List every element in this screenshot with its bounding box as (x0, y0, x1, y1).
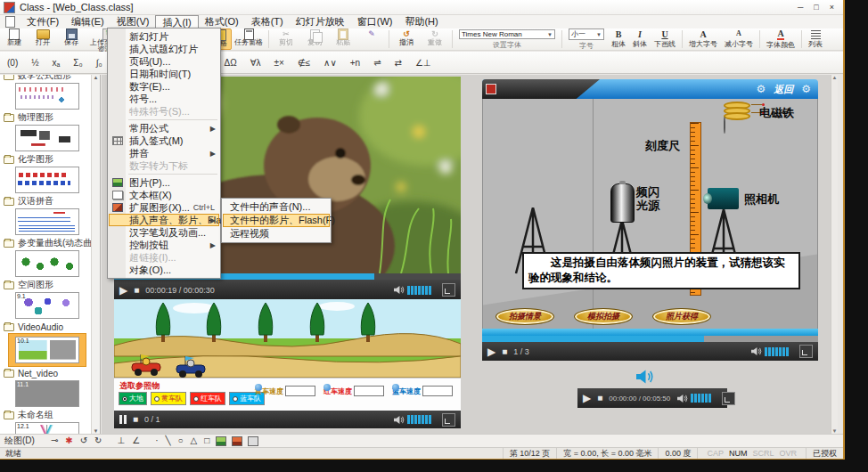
font-size-select[interactable]: 小一▼ (569, 28, 604, 40)
new-button[interactable]: 新建 (0, 28, 29, 50)
symbol-button[interactable]: Σ₀ (70, 58, 86, 68)
gear-icon[interactable]: ⚙ (801, 84, 811, 94)
axes-tool[interactable]: ⊥ (114, 436, 127, 445)
copy-button[interactable]: 复制 (300, 28, 329, 50)
task-pane-button[interactable]: 任务窗格 (232, 28, 266, 50)
redo-button[interactable]: ↻重做 (421, 28, 449, 50)
symbol-button[interactable]: xₐ (49, 58, 64, 68)
image-tool-red[interactable] (232, 436, 242, 446)
menu-item-new-slide[interactable]: 新幻灯片 (109, 30, 219, 43)
menu-edit[interactable]: 编辑(E) (65, 15, 111, 28)
fullscreen-button[interactable] (442, 413, 455, 427)
menu-item-insert-media[interactable]: 插入声音、影片、Flash(V)▶ (109, 214, 219, 226)
menu-view[interactable]: 视图(V) (111, 15, 156, 28)
menu-item-date-time[interactable]: 日期和时间(T) (109, 68, 219, 80)
pin-tool[interactable]: ⊸ (48, 436, 61, 445)
draw-menu-button[interactable]: 绘图(D) (4, 435, 38, 447)
slide-thumbnail[interactable] (15, 167, 79, 193)
pause-button[interactable] (119, 415, 127, 424)
triangle-tool[interactable]: △ (188, 436, 201, 445)
font-name-select[interactable]: Times New Roman▼ (459, 29, 555, 39)
canvas-scrollbar[interactable]: ▲▼ (831, 75, 838, 434)
back-button[interactable]: 返回 (774, 83, 793, 96)
radio-ground[interactable]: 大地 (119, 392, 147, 405)
bold-button[interactable]: B粗体 (608, 28, 629, 50)
fullscreen-button[interactable] (442, 283, 455, 297)
menu-item-new-question-slide[interactable]: 插入试题幻灯片 (109, 43, 219, 55)
menu-item-digit-subscript[interactable]: 数字转为下标 (109, 159, 219, 172)
slide-thumbnail[interactable] (15, 208, 79, 235)
volume-control[interactable] (393, 285, 431, 295)
menu-slideshow[interactable]: 幻灯片放映 (290, 15, 351, 28)
volume-control[interactable] (676, 394, 711, 403)
stop-button[interactable]: ■ (597, 394, 602, 403)
menu-file[interactable]: 文件(F) (20, 15, 65, 28)
symbol-button[interactable]: ΔΩ (221, 58, 241, 68)
angle-axes-tool[interactable]: ∠ (129, 436, 143, 445)
symbol-button[interactable]: ∀λ (247, 58, 265, 68)
rectangle-tool[interactable]: □ (201, 436, 212, 445)
symbol-button[interactable]: ½ (28, 58, 42, 68)
cut-button[interactable]: 剪切 (272, 28, 300, 50)
menu-item-text-box[interactable]: 文本框(X) (109, 189, 219, 201)
volume-control[interactable] (393, 415, 431, 425)
menu-window[interactable]: 窗口(W) (351, 15, 399, 28)
symbol-button[interactable]: ∫₀ (93, 58, 106, 68)
circle-tool[interactable]: ○ (176, 436, 186, 445)
image-tool-green[interactable] (216, 436, 226, 446)
fullscreen-button[interactable] (799, 345, 813, 358)
volume-bars[interactable] (407, 415, 431, 424)
slide-thumbnail[interactable]: 9.1 (15, 292, 79, 319)
menu-help[interactable]: 帮助(H) (398, 15, 444, 28)
star-tool[interactable]: ✱ (62, 436, 75, 445)
menu-item-stroke-animation[interactable]: 汉字笔划及动画... (109, 226, 219, 239)
red-speed-input[interactable] (354, 386, 384, 396)
play-button[interactable]: ▶ (119, 285, 127, 296)
play-button[interactable]: ▶ (583, 393, 591, 403)
stop-button[interactable]: ■ (502, 347, 507, 356)
underline-button[interactable]: U下画线 (651, 28, 679, 50)
sidebar-group-math[interactable]: 数学公式图形 (0, 75, 91, 82)
format-painter-button[interactable]: ✎ (357, 28, 386, 50)
scroll-up-icon[interactable]: ▲ (94, 75, 99, 80)
rotate-right-tool[interactable]: ↻ (92, 436, 104, 445)
image-frame-tool[interactable] (248, 436, 258, 446)
submenu-item-sound-from-file[interactable]: 文件中的声音(N)... (223, 200, 330, 214)
applet-stage[interactable]: 电磁铁 刻度尺 频闪光源 照相机 这是拍摄自由落体频闪照片的装置，试猜想该实验的… (482, 99, 818, 329)
menu-item-picture[interactable]: 图片(P)... (109, 176, 219, 189)
slide-thumbnail[interactable] (15, 125, 79, 151)
menu-item-symbol[interactable]: 符号... (109, 93, 219, 105)
volume-control[interactable] (750, 346, 789, 356)
menu-item-control-button[interactable]: 控制按钮▶ (109, 239, 219, 251)
sidebar-group-videoaudio[interactable]: VideoAudio (0, 321, 91, 333)
volume-bars[interactable] (765, 347, 789, 356)
applet-progress-bar[interactable] (482, 336, 818, 342)
sidebar-group-solid[interactable]: 空间图形 (0, 279, 91, 291)
audio-speaker-icon[interactable] (635, 369, 654, 385)
stop-button[interactable]: ■ (134, 286, 139, 295)
photo-result-button[interactable]: 照片获得 (652, 308, 711, 325)
menu-item-page-number[interactable]: 页码(U)... (109, 55, 219, 68)
play-button[interactable]: ▶ (487, 346, 495, 357)
symbol-button[interactable]: (0) (4, 58, 21, 68)
cartoon-scene[interactable] (114, 299, 461, 378)
menu-item-insert-formula[interactable]: 插入签式(M) (109, 134, 219, 147)
simulate-shoot-button[interactable]: 模拟拍摄 (574, 308, 633, 325)
slide-thumbnail[interactable] (15, 83, 79, 110)
volume-bars[interactable] (407, 286, 431, 295)
minimize-button[interactable]: ─ (798, 3, 803, 12)
menu-item-hyperlink[interactable]: 超链接(I)... (109, 251, 219, 264)
line-tool[interactable]: ╲ (162, 436, 173, 445)
stop-button[interactable]: ■ (133, 415, 138, 424)
rotate-left-tool[interactable]: ↺ (78, 436, 90, 445)
menu-item-pinyin[interactable]: 拼音▶ (109, 147, 219, 159)
symbol-button[interactable]: +n (347, 58, 364, 68)
sidebar-group-chemistry[interactable]: 化学图形 (0, 153, 91, 166)
sidebar-scrollbar[interactable]: ▲▼ (91, 75, 100, 434)
submenu-item-movie-from-file[interactable]: 文件中的影片、Flash(F) (223, 214, 330, 227)
scroll-up-icon[interactable]: ▲ (832, 75, 838, 80)
paste-button[interactable]: 粘贴 (329, 28, 357, 50)
sidebar-group-pinyin[interactable]: 汉语拼音 (0, 195, 91, 208)
symbol-button[interactable]: ∉≤ (294, 58, 314, 68)
maximize-button[interactable]: □ (814, 3, 818, 12)
